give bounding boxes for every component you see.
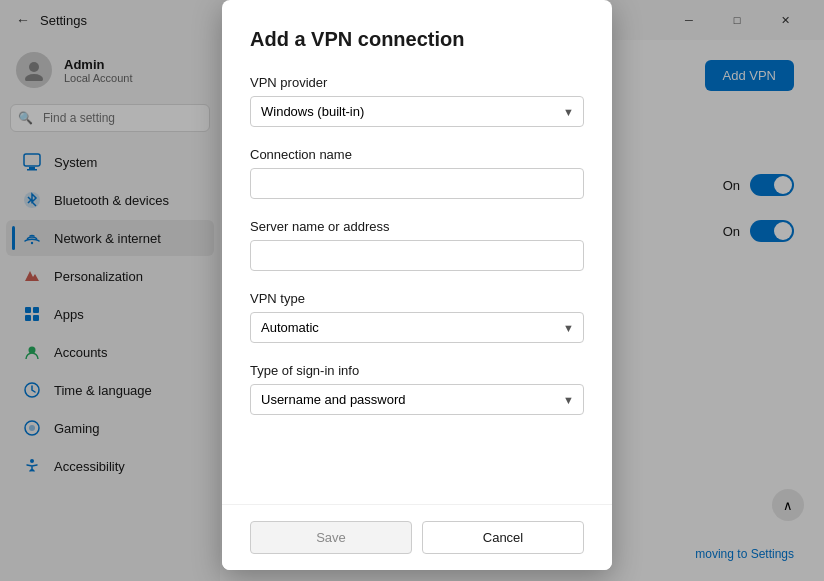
vpn-provider-select-wrapper: Windows (built-in) ▼ <box>250 96 584 127</box>
connection-name-label: Connection name <box>250 147 584 162</box>
server-address-group: Server name or address <box>250 219 584 271</box>
modal-footer: Save Cancel <box>222 504 612 570</box>
connection-name-input[interactable] <box>250 168 584 199</box>
vpn-type-label: VPN type <box>250 291 584 306</box>
server-address-input[interactable] <box>250 240 584 271</box>
vpn-type-group: VPN type Automatic ▼ <box>250 291 584 343</box>
vpn-type-select[interactable]: Automatic <box>250 312 584 343</box>
save-button[interactable]: Save <box>250 521 412 554</box>
cancel-button[interactable]: Cancel <box>422 521 584 554</box>
sign-in-info-group: Type of sign-in info Username and passwo… <box>250 363 584 415</box>
sign-in-info-label: Type of sign-in info <box>250 363 584 378</box>
add-vpn-modal: Add a VPN connection VPN provider Window… <box>222 0 612 570</box>
sign-in-info-select[interactable]: Username and password <box>250 384 584 415</box>
modal-title: Add a VPN connection <box>250 28 584 51</box>
sign-in-info-select-wrapper: Username and password ▼ <box>250 384 584 415</box>
modal-overlay: Add a VPN connection VPN provider Window… <box>0 0 824 581</box>
vpn-provider-select[interactable]: Windows (built-in) <box>250 96 584 127</box>
vpn-provider-label: VPN provider <box>250 75 584 90</box>
vpn-provider-group: VPN provider Windows (built-in) ▼ <box>250 75 584 127</box>
connection-name-group: Connection name <box>250 147 584 199</box>
modal-content: Add a VPN connection VPN provider Window… <box>222 0 612 504</box>
vpn-type-select-wrapper: Automatic ▼ <box>250 312 584 343</box>
server-address-label: Server name or address <box>250 219 584 234</box>
